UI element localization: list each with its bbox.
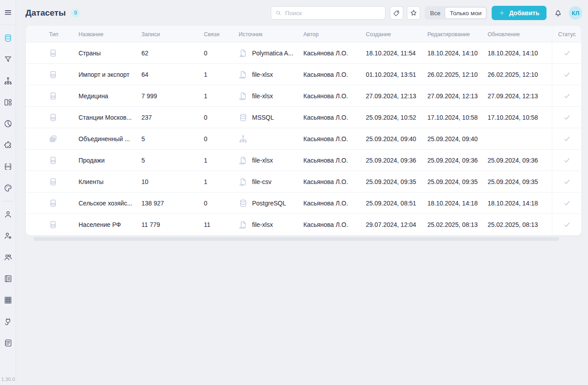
- tags-filter-button[interactable]: [390, 6, 403, 20]
- svg-icon: SVG: [4, 162, 12, 171]
- table-row[interactable]: Импорт и экспорт641XLSXfile-xlsxКасьянов…: [26, 64, 581, 85]
- file-xlsx-icon: XLSX: [239, 220, 248, 229]
- sidebar-item-database[interactable]: [0, 27, 16, 49]
- links-count: 1: [204, 178, 239, 185]
- records-count: 11 779: [141, 221, 204, 228]
- sidebar-item-plug[interactable]: [0, 311, 16, 332]
- table-header: ТипНазваниеЗаписиСвязиИсточникАвторСозда…: [26, 26, 581, 42]
- updated-date: 26.02.2025, 12:10: [488, 71, 552, 78]
- database-icon: [4, 33, 12, 42]
- puzzle-icon: [4, 141, 12, 150]
- sidebar-item-users[interactable]: [0, 247, 16, 268]
- horizontal-scrollbar[interactable]: [33, 237, 559, 241]
- menu-toggle-button[interactable]: [0, 0, 16, 25]
- address-book-icon: [4, 274, 12, 283]
- links-count: 0: [204, 200, 239, 207]
- sidebar-item-journal[interactable]: [0, 332, 16, 354]
- sidebar-item-palette[interactable]: [0, 177, 16, 199]
- datasets-table: ТипНазваниеЗаписиСвязиИсточникАвторСозда…: [26, 26, 581, 235]
- updated-date: 25.09.2024, 09:35: [488, 178, 552, 185]
- author-name: Касьянова Л.О.: [303, 157, 366, 164]
- column-header: Записи: [141, 31, 204, 38]
- sidebar-item-user[interactable]: [0, 204, 16, 225]
- sitemap-source-icon: [239, 134, 248, 143]
- sidebar-item-puzzle[interactable]: [0, 134, 16, 156]
- source-name: file-csv: [252, 178, 272, 185]
- source-name: file-xlsx: [252, 71, 273, 78]
- sidebar-item-user-gear[interactable]: [0, 225, 16, 247]
- status-check-icon: [563, 113, 571, 121]
- sidebar-divider: [3, 201, 13, 201]
- star-icon: [410, 9, 418, 17]
- notifications-button[interactable]: [554, 8, 563, 17]
- table-row[interactable]: Объединенный ...50Касьянова Л.О.25.09.20…: [26, 128, 581, 150]
- edited-date: 17.10.2024, 10:58: [427, 114, 488, 121]
- dataset-joined-icon: [49, 134, 58, 143]
- links-count: 0: [204, 114, 239, 121]
- app-version: 1.30.0: [0, 377, 16, 382]
- status-check-icon: [563, 92, 571, 100]
- dataset-doc-icon: [49, 156, 58, 165]
- status-check-icon: [563, 221, 571, 229]
- status-check-icon: [563, 156, 571, 164]
- created-date: 25.09.2024, 08:51: [366, 200, 427, 207]
- table-row[interactable]: Медицина7 9991XLSXfile-xlsxКасьянова Л.О…: [26, 85, 581, 107]
- filter-all-option[interactable]: Все: [426, 7, 445, 19]
- sidebar-item-pie-chart[interactable]: [0, 113, 16, 134]
- sidebar-item-sitemap[interactable]: [0, 70, 16, 92]
- dataset-name: Страны: [79, 50, 141, 57]
- sidebar-item-svg[interactable]: SVG: [0, 156, 16, 177]
- table-row[interactable]: Сельское хозяйс...138 9270PostgreSQLКась…: [26, 192, 581, 214]
- avatar[interactable]: КЛ: [569, 6, 582, 20]
- updated-date: 18.10.2024, 14:18: [488, 200, 552, 207]
- sidebar-item-layout[interactable]: [0, 92, 16, 113]
- sidebar-item-address-book[interactable]: [0, 268, 16, 289]
- links-count: 1: [204, 92, 239, 100]
- records-count: 5: [141, 157, 204, 164]
- created-date: 25.09.2024, 09:35: [366, 178, 427, 185]
- dataset-name: Население РФ: [79, 221, 141, 228]
- column-header: Автор: [303, 31, 366, 38]
- favorites-filter-button[interactable]: [407, 6, 420, 20]
- status-cell: [552, 192, 581, 214]
- add-button[interactable]: Добавить: [492, 6, 547, 20]
- status-check-icon: [563, 71, 571, 79]
- dataset-doc-icon: [49, 177, 58, 186]
- status-cell: [552, 214, 581, 235]
- records-count: 10: [141, 178, 204, 185]
- column-header: Источник: [239, 31, 303, 38]
- status-cell: [552, 128, 581, 150]
- edited-date: 25.09.2024, 09:35: [427, 178, 488, 185]
- table-row[interactable]: Население РФ11 77911XLSXfile-xlsxКасьяно…: [26, 214, 581, 235]
- table-row[interactable]: Страны620APIPolymatica A...Касьянова Л.О…: [26, 42, 581, 64]
- filter-mine-option[interactable]: Только мои: [445, 7, 486, 19]
- links-count: 11: [204, 221, 239, 228]
- database-source-icon: [239, 199, 248, 208]
- source-name: MSSQL: [252, 114, 274, 121]
- svg-text:API: API: [240, 55, 244, 58]
- layout-icon: [4, 98, 12, 107]
- updated-date: 17.10.2024, 10:58: [488, 114, 552, 121]
- updated-date: 18.10.2024, 14:10: [488, 50, 552, 57]
- sidebar-item-apps-grid[interactable]: [0, 289, 16, 311]
- updated-date: 25.09.2024, 09:36: [488, 157, 552, 164]
- dataset-doc-icon: [49, 92, 58, 100]
- dataset-name: Сельское хозяйс...: [79, 200, 141, 207]
- column-header: Редактирование: [427, 31, 488, 38]
- status-cell: [552, 150, 581, 171]
- status-check-icon: [563, 199, 571, 207]
- links-count: 0: [204, 135, 239, 142]
- file-api-icon: API: [239, 49, 248, 58]
- sidebar-item-funnel[interactable]: [0, 49, 16, 70]
- status-check-icon: [563, 135, 571, 143]
- user-gear-icon: [4, 231, 12, 240]
- search-input[interactable]: [271, 6, 385, 20]
- table-row[interactable]: Клиенты101CSVfile-csvКасьянова Л.О.25.09…: [26, 171, 581, 192]
- file-xlsx-icon: XLSX: [239, 156, 248, 165]
- apps-grid-icon: [4, 296, 12, 305]
- top-bar: Датасеты 9 Все Только мои Добавить КЛ: [16, 0, 588, 26]
- plus-icon: [499, 10, 505, 16]
- hamburger-icon: [4, 8, 12, 17]
- table-row[interactable]: Продажи51XLSXfile-xlsxКасьянова Л.О.25.0…: [26, 150, 581, 171]
- table-row[interactable]: Станции Москов...2370MSSQLКасьянова Л.О.…: [26, 107, 581, 128]
